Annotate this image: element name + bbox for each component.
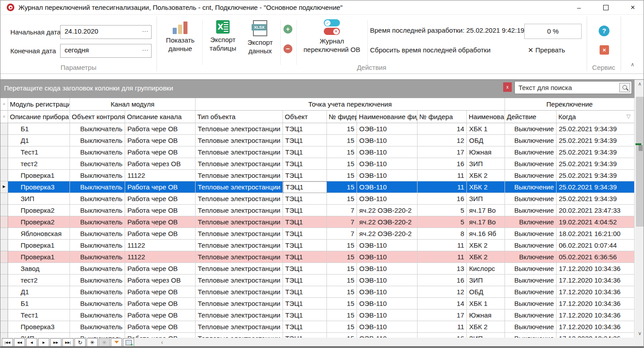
cell[interactable]: Выключение xyxy=(505,123,557,135)
cell[interactable]: 5 xyxy=(418,216,467,228)
cell[interactable]: Завод xyxy=(8,263,70,275)
cell[interactable]: Выключатель xyxy=(70,240,125,251)
cell[interactable]: Выключатель xyxy=(70,181,125,193)
table-row[interactable]: Проверка3ВыключательРабота чере ОВТеплов… xyxy=(0,321,635,333)
cell[interactable]: Работа чере ОВ xyxy=(125,205,196,216)
cell[interactable]: Д1 xyxy=(8,286,70,298)
column-header[interactable]: № фидера xyxy=(327,111,357,123)
cell[interactable]: Проверка1 xyxy=(8,170,70,181)
cell[interactable]: ОЭВ-110 xyxy=(357,298,418,309)
column-header[interactable]: Наименование фидера xyxy=(357,111,418,123)
cell[interactable]: 15 xyxy=(327,135,357,146)
cell[interactable]: ТЭЦ1 xyxy=(283,170,327,181)
cell[interactable]: Выключатель xyxy=(70,135,125,146)
table-row[interactable]: ▶Проверка3ВыключательРабота чере ОВТепло… xyxy=(0,181,635,193)
cell[interactable]: Работа чере ОВ xyxy=(125,321,196,333)
cell[interactable]: Выключатель xyxy=(70,286,125,298)
vertical-scrollbar-thumb[interactable] xyxy=(636,97,644,227)
cell[interactable]: Тест1 xyxy=(8,309,70,321)
cell[interactable]: Выключатель xyxy=(70,205,125,216)
band-header[interactable]: Канал модуля xyxy=(70,98,196,111)
cell[interactable]: Работа чере ОВ xyxy=(125,333,196,338)
cell[interactable]: Проверка2 xyxy=(8,205,70,216)
scroll-left-icon[interactable]: ‹ xyxy=(161,338,163,346)
prev-button[interactable]: ◀ xyxy=(26,338,37,347)
cell[interactable]: 17.12.2020 10:34:36 xyxy=(557,275,635,286)
cell[interactable]: Южная xyxy=(467,146,505,158)
cell[interactable]: 11 xyxy=(418,240,467,251)
scroll-down-icon[interactable]: ∨ xyxy=(635,329,644,338)
cell[interactable]: 25.02.2021 9:34:39 xyxy=(557,158,635,170)
cell[interactable]: Тепловые электростанции xyxy=(196,216,283,228)
cell[interactable]: Работа чере ОВ xyxy=(125,309,196,321)
band-header[interactable]: Переключение xyxy=(505,98,635,111)
table-row[interactable]: Тест1ВыключательРабота чере ОВТепловые э… xyxy=(0,309,635,321)
cell[interactable]: ТЭЦ1 xyxy=(283,309,327,321)
cell[interactable]: ХБК 2 xyxy=(467,240,505,251)
cell[interactable]: Б1 xyxy=(8,298,70,309)
cell[interactable]: 14 xyxy=(418,298,467,309)
cell[interactable]: ЗИП xyxy=(467,193,505,205)
cell[interactable]: ТЭЦ1 xyxy=(283,216,327,228)
cell[interactable]: Проверка3 xyxy=(8,181,70,193)
start-date-dropdown-icon[interactable]: ... xyxy=(142,26,148,33)
search-input[interactable] xyxy=(518,83,616,92)
cell[interactable]: ОЭВ-110 xyxy=(357,193,418,205)
cell[interactable]: ТЭЦ1 xyxy=(283,181,327,193)
cell[interactable]: 06.02.2021 0:07:44 xyxy=(557,240,635,251)
cell[interactable]: ОЭВ-110 xyxy=(357,251,418,263)
cell[interactable]: 15 xyxy=(327,298,357,309)
cell[interactable]: 15 xyxy=(327,275,357,286)
clear-search-button[interactable]: x xyxy=(503,82,512,92)
table-row[interactable]: Проверка1Выключатель11122Тепловые электр… xyxy=(0,170,635,181)
cell[interactable]: Д1 xyxy=(8,135,70,146)
cell[interactable]: ТЭЦ1 xyxy=(283,158,327,170)
cell[interactable]: 17.12.2020 10:34:36 xyxy=(557,309,635,321)
cell[interactable]: Выключатель xyxy=(70,123,125,135)
cell[interactable]: ТЭЦ1 xyxy=(283,193,327,205)
table-row[interactable]: ЗИПВыключательРабота чере ОВТепловые эле… xyxy=(0,193,635,205)
cell[interactable]: 7 xyxy=(327,228,357,240)
cell[interactable]: 11122 xyxy=(125,170,196,181)
table-row[interactable]: Проверка1Выключатель11122Тепловые электр… xyxy=(0,240,635,251)
cell[interactable]: Проверка3 xyxy=(8,321,70,333)
cell[interactable]: 25.02.2021 9:34:39 xyxy=(557,170,635,181)
cell[interactable]: ТЭЦ1 xyxy=(283,286,327,298)
cell[interactable]: 05.02.2021 6:36:56 xyxy=(557,251,635,263)
cell[interactable]: Тепловые электростанции xyxy=(196,240,283,251)
cell[interactable]: Выключение xyxy=(505,228,557,240)
cell[interactable]: ОЭВ-110 xyxy=(357,158,418,170)
band-header[interactable]: Точка учета переключения xyxy=(196,98,505,111)
cell[interactable]: ХБК 2 xyxy=(467,321,505,333)
cell[interactable]: Тепловые электростанции xyxy=(196,286,283,298)
cell[interactable]: Работа чере ОВ xyxy=(125,263,196,275)
cell[interactable]: 17 xyxy=(418,146,467,158)
cell[interactable]: Работа чере ОВ xyxy=(125,216,196,228)
cell[interactable]: Выключение xyxy=(505,135,557,146)
cell[interactable]: Тепловые электростанции xyxy=(196,333,283,338)
cell[interactable]: 15 xyxy=(327,251,357,263)
cell[interactable]: 25.02.2021 9:34:39 xyxy=(557,123,635,135)
cell[interactable]: 16 xyxy=(418,193,467,205)
cell[interactable]: Включение xyxy=(505,216,557,228)
column-header[interactable]: Описание канала xyxy=(125,111,196,123)
cell[interactable]: ТЭЦ1 xyxy=(283,228,327,240)
cell[interactable]: 8 xyxy=(418,228,467,240)
end-date-field[interactable]: ... xyxy=(60,44,152,58)
cell[interactable]: 15 xyxy=(327,321,357,333)
cell[interactable]: Выключатель xyxy=(70,216,125,228)
cell[interactable]: Включение xyxy=(505,251,557,263)
cell[interactable]: яч.22 ОЭВ-220-2 xyxy=(357,216,418,228)
cell[interactable]: 15 xyxy=(327,123,357,135)
cell[interactable]: Работа чере ОВ xyxy=(125,193,196,205)
cell[interactable]: тест2 xyxy=(8,275,70,286)
cell[interactable]: Работа через ОВ xyxy=(125,158,196,170)
cell[interactable]: 16 xyxy=(418,275,467,286)
cell[interactable]: 15 xyxy=(327,309,357,321)
cell[interactable]: Выключатель xyxy=(70,321,125,333)
cell[interactable]: 13 xyxy=(418,263,467,275)
cell[interactable]: ТЭЦ1 xyxy=(283,146,327,158)
cell[interactable]: 11122 xyxy=(125,251,196,263)
cell[interactable]: 16 xyxy=(418,158,467,170)
ov-log-button[interactable]: ✓ × Журнал переключений ОВ xyxy=(298,19,366,54)
